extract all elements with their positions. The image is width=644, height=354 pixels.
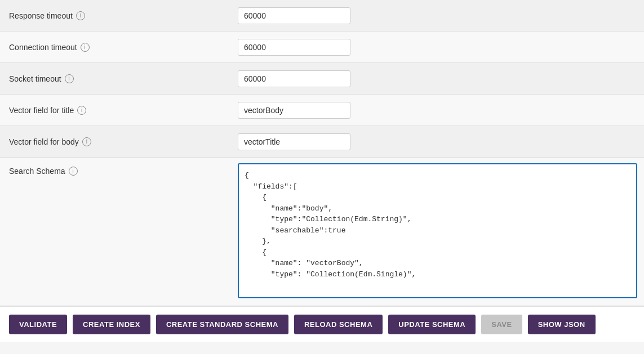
socket-timeout-label: Socket timeout i — [0, 63, 231, 94]
reload-schema-button[interactable]: RELOAD SCHEMA — [294, 315, 383, 334]
response-timeout-info-icon[interactable]: i — [76, 11, 85, 20]
search-schema-row: Search Schema i { "fields":[ { "name":"b… — [0, 158, 644, 306]
vector-title-input-cell — [231, 95, 644, 126]
vector-title-row: Vector field for title i — [0, 95, 644, 126]
footer-buttons: VALIDATE CREATE INDEX CREATE STANDARD SC… — [0, 306, 644, 342]
save-button: SAVE — [481, 315, 522, 334]
vector-body-info-icon[interactable]: i — [82, 137, 91, 146]
vector-body-input[interactable] — [238, 133, 350, 150]
response-timeout-label-text: Response timeout — [9, 11, 73, 20]
vector-title-info-icon[interactable]: i — [77, 106, 86, 115]
vector-body-input-cell — [231, 126, 644, 157]
search-schema-label: Search Schema i — [0, 158, 231, 185]
socket-timeout-input-cell — [231, 63, 644, 94]
vector-title-label-text: Vector field for title — [9, 106, 74, 115]
validate-button[interactable]: VALIDATE — [9, 315, 67, 334]
socket-timeout-row: Socket timeout i — [0, 63, 644, 95]
search-schema-info-icon[interactable]: i — [69, 167, 78, 176]
response-timeout-input-cell — [231, 0, 644, 31]
vector-body-label: Vector field for body i — [0, 126, 231, 157]
search-schema-textarea-cell: { "fields":[ { "name":"body", "type":"Co… — [231, 158, 644, 306]
connection-timeout-label: Connection timeout i — [0, 32, 231, 62]
connection-timeout-row: Connection timeout i — [0, 32, 644, 63]
vector-body-label-text: Vector field for body — [9, 137, 79, 146]
vector-title-label: Vector field for title i — [0, 95, 231, 126]
connection-timeout-label-text: Connection timeout — [9, 43, 77, 52]
vector-title-input[interactable] — [238, 102, 350, 119]
connection-timeout-info-icon[interactable]: i — [81, 43, 90, 52]
socket-timeout-input[interactable] — [238, 70, 350, 87]
form-container: Response timeout i Connection timeout i … — [0, 0, 644, 342]
show-json-button[interactable]: SHOW JSON — [528, 315, 596, 334]
update-schema-button[interactable]: UPDATE SCHEMA — [388, 315, 476, 334]
search-schema-label-text: Search Schema — [9, 167, 65, 176]
vector-body-row: Vector field for body i — [0, 126, 644, 158]
socket-timeout-info-icon[interactable]: i — [65, 74, 74, 83]
response-timeout-label: Response timeout i — [0, 0, 231, 31]
search-schema-textarea[interactable]: { "fields":[ { "name":"body", "type":"Co… — [238, 163, 637, 298]
response-timeout-row: Response timeout i — [0, 0, 644, 32]
create-index-button[interactable]: CREATE INDEX — [73, 315, 150, 334]
response-timeout-input[interactable] — [238, 7, 350, 24]
create-standard-schema-button[interactable]: CREATE STANDARD SCHEMA — [156, 315, 288, 334]
connection-timeout-input-cell — [231, 32, 644, 62]
socket-timeout-label-text: Socket timeout — [9, 74, 61, 83]
connection-timeout-input[interactable] — [238, 39, 350, 56]
